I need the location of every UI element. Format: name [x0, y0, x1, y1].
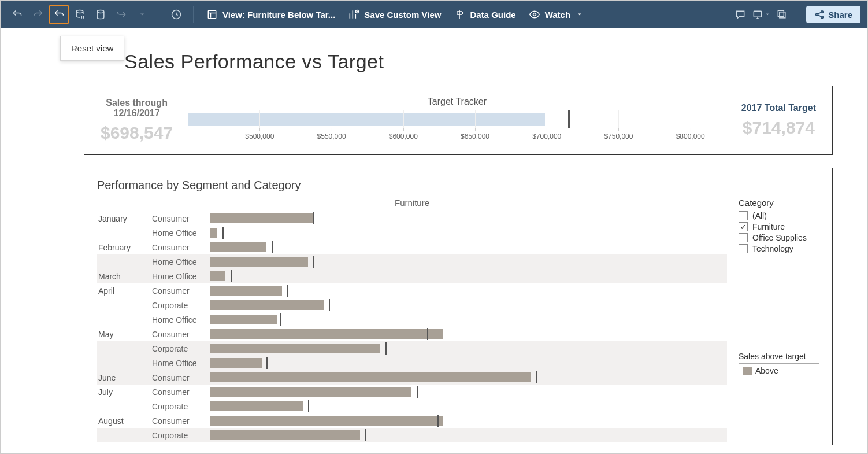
category-filter-item[interactable]: ✓Furniture	[739, 222, 819, 231]
refresh-data-button[interactable]	[91, 5, 110, 24]
segment-label: Corporate	[152, 431, 210, 440]
segment-label: Consumer	[152, 416, 210, 426]
target-mark	[427, 328, 428, 340]
bar-cell	[210, 385, 727, 399]
performance-row[interactable]: JuneConsumer	[97, 370, 727, 385]
performance-row[interactable]: Corporate	[97, 298, 727, 312]
target-mark	[222, 227, 224, 239]
segment-label: Consumer	[152, 330, 210, 339]
tracker-axis-tick: $750,000	[604, 132, 633, 141]
dropdown-caret-button[interactable]	[132, 5, 152, 24]
category-filter-item[interactable]: Technology	[739, 244, 819, 253]
legend-swatch	[743, 367, 752, 375]
bar-cell	[210, 414, 727, 428]
checkbox[interactable]	[739, 233, 748, 242]
value-bar	[210, 315, 277, 324]
tracker-axis-tick: $800,000	[676, 132, 705, 141]
comments-button[interactable]	[730, 5, 750, 24]
month-label: March	[97, 272, 152, 281]
target-mark	[266, 357, 268, 369]
bar-cell	[210, 341, 727, 356]
legend-item-label: Above	[755, 366, 778, 375]
legend-box[interactable]: Above	[739, 363, 819, 378]
page-title: Sales Performance vs Target	[124, 50, 833, 73]
bar-cell	[210, 327, 727, 341]
checkbox[interactable]: ✓	[739, 222, 748, 231]
filter-label: Technology	[752, 244, 793, 253]
sales-through-label-1: Sales through	[101, 98, 173, 108]
segment-label: Home Office	[152, 272, 210, 281]
checkbox[interactable]	[739, 211, 748, 220]
tracker-left: Sales through 12/16/2017 $698,547	[101, 98, 173, 143]
value-bar	[210, 286, 282, 296]
bar-cell	[210, 226, 727, 240]
bar-cell	[210, 283, 727, 298]
total-target-value: $714,874	[741, 118, 816, 138]
save-custom-view-button[interactable]: Save Custom View	[342, 5, 447, 24]
reset-view-tooltip: Reset view	[60, 36, 124, 61]
month-label: July	[97, 387, 152, 397]
performance-row[interactable]: JulyConsumer	[97, 385, 727, 399]
segment-label: Home Office	[152, 359, 210, 368]
segment-label: Consumer	[152, 214, 210, 223]
chevron-down-icon	[576, 11, 583, 18]
view-selector-button[interactable]: View: Furniture Below Tar...	[201, 5, 341, 24]
tracker-chart[interactable]: Target Tracker $500,000$550,000$600,000$…	[188, 97, 726, 144]
value-bar	[210, 242, 266, 252]
month-label: June	[97, 373, 152, 382]
performance-row[interactable]: FebruaryConsumer	[97, 240, 727, 254]
performance-chart[interactable]: Furniture JanuaryConsumerHome OfficeFebr…	[97, 198, 727, 442]
performance-row[interactable]: JanuaryConsumer	[97, 211, 727, 226]
chart-save-icon	[348, 9, 359, 20]
bar-cell	[210, 240, 727, 254]
performance-row[interactable]: MarchHome Office	[97, 269, 727, 283]
performance-row[interactable]: Home Office	[97, 254, 727, 269]
fullscreen-button[interactable]	[772, 5, 792, 24]
category-filter-item[interactable]: Office Supplies	[739, 233, 819, 242]
value-bar	[210, 387, 411, 397]
performance-row[interactable]: Corporate	[97, 399, 727, 414]
segment-label: Home Office	[152, 228, 210, 238]
bar-cell	[210, 370, 727, 385]
bar-cell	[210, 254, 727, 269]
month-label: April	[97, 286, 152, 296]
performance-row[interactable]: AugustConsumer	[97, 414, 727, 428]
performance-row[interactable]: Home Office	[97, 312, 727, 327]
performance-row[interactable]: Corporate	[97, 341, 727, 356]
target-mark	[272, 241, 273, 253]
bar-cell	[210, 211, 727, 226]
performance-row[interactable]: Home Office	[97, 356, 727, 370]
data-guide-button[interactable]: Data Guide	[448, 5, 521, 24]
value-bar	[210, 213, 313, 223]
value-bar	[210, 257, 308, 267]
signpost-icon	[454, 9, 465, 20]
segment-label: Corporate	[152, 344, 210, 353]
performance-button[interactable]	[166, 5, 186, 24]
value-bar	[210, 401, 303, 411]
performance-row[interactable]: Home Office	[97, 226, 727, 240]
undo-button[interactable]	[8, 5, 27, 24]
month-label: May	[97, 330, 152, 339]
tracker-bar	[188, 113, 544, 126]
performance-row[interactable]: MayConsumer	[97, 327, 727, 341]
target-mark	[417, 386, 418, 398]
value-bar	[210, 271, 225, 281]
target-tracker-panel: Sales through 12/16/2017 $698,547 Target…	[84, 86, 833, 155]
download-menu-button[interactable]	[751, 5, 771, 24]
watch-button[interactable]: Watch	[523, 5, 589, 24]
filter-label: Furniture	[752, 222, 785, 231]
value-bar	[210, 329, 443, 339]
tracker-axis-tick: $700,000	[532, 132, 561, 141]
replay-button[interactable]	[112, 5, 131, 24]
share-button[interactable]: Share	[806, 6, 860, 23]
bar-cell	[210, 428, 727, 442]
performance-row[interactable]: Corporate	[97, 428, 727, 442]
redo-button[interactable]	[28, 5, 48, 24]
category-filter-item[interactable]: (All)	[739, 211, 819, 220]
target-mark	[365, 429, 366, 441]
pause-data-button[interactable]	[70, 5, 90, 24]
reset-view-button[interactable]	[49, 5, 69, 24]
performance-row[interactable]: AprilConsumer	[97, 283, 727, 298]
checkbox[interactable]	[739, 244, 748, 253]
app-toolbar: View: Furniture Below Tar... Save Custom…	[1, 1, 867, 28]
